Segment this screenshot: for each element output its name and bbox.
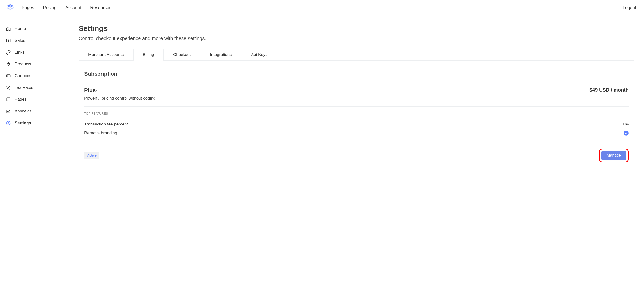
sidebar-item-label: Tax Rates (15, 85, 34, 90)
status-badge: Active (84, 152, 100, 159)
card-title: Subscription (84, 71, 628, 77)
sidebar-item-links[interactable]: Links (0, 46, 68, 58)
top-nav-left: $ Pages Pricing Account Resources (6, 4, 111, 12)
subscription-card: Subscription Plus- Powerful pricing cont… (78, 66, 634, 168)
logo-icon[interactable]: $ (6, 4, 14, 12)
sidebar-item-label: Pages (15, 97, 26, 102)
sidebar-item-label: Sales (15, 38, 25, 43)
nav-links: Pages Pricing Account Resources (22, 5, 111, 10)
sidebar-item-products[interactable]: Products (0, 58, 68, 70)
svg-text:$: $ (9, 5, 11, 7)
home-icon (6, 26, 11, 31)
card-header: Subscription (79, 66, 634, 82)
plan-name: Plus- (84, 87, 156, 94)
sidebar-item-home[interactable]: Home (0, 23, 68, 35)
tab-integrations[interactable]: Integrations (200, 48, 242, 61)
page-icon (6, 97, 11, 102)
svg-rect-5 (7, 98, 10, 101)
tab-checkout[interactable]: Checkout (164, 48, 200, 61)
nav-link-account[interactable]: Account (65, 5, 81, 10)
check-icon (624, 131, 628, 136)
sidebar-item-label: Analytics (15, 109, 32, 114)
svg-point-4 (9, 88, 10, 90)
sidebar-item-settings[interactable]: Settings (0, 117, 68, 129)
plan-row: Plus- Powerful pricing control without c… (84, 87, 628, 101)
sidebar-item-sales[interactable]: Sales (0, 35, 68, 46)
sidebar-item-pages[interactable]: Pages (0, 94, 68, 105)
dollar-icon (6, 38, 11, 43)
logout-link[interactable]: Logout (623, 5, 636, 10)
plan-desc: Powerful pricing control without coding (84, 96, 156, 101)
card-footer: Active Manage (84, 148, 628, 162)
manage-button-highlight: Manage (599, 148, 628, 162)
plan-price: $49 USD / month (590, 87, 628, 93)
tab-merchant-accounts[interactable]: Merchant Accounts (78, 48, 133, 61)
feature-label: Transaction fee percent (84, 122, 128, 127)
plan-info: Plus- Powerful pricing control without c… (84, 87, 156, 101)
features-label: TOP FEATURES (84, 112, 628, 116)
settings-tabs: Merchant Accounts Billing Checkout Integ… (78, 48, 634, 61)
sidebar-item-label: Links (15, 50, 24, 55)
nav-link-pages[interactable]: Pages (22, 5, 34, 10)
card-body: Plus- Powerful pricing control without c… (79, 82, 634, 167)
sidebar-item-label: Settings (15, 120, 31, 126)
tag-icon (6, 62, 11, 66)
chart-icon (6, 109, 11, 114)
feature-value: 1% (622, 122, 628, 127)
sidebar: Home Sales Links Products Coupons (0, 16, 69, 290)
nav-link-pricing[interactable]: Pricing (43, 5, 56, 10)
svg-point-3 (7, 86, 8, 87)
feature-label: Remove branding (84, 131, 117, 136)
sidebar-item-analytics[interactable]: Analytics (0, 105, 68, 117)
gear-icon (6, 120, 11, 126)
manage-button[interactable]: Manage (601, 151, 626, 160)
divider (84, 106, 628, 106)
sidebar-item-coupons[interactable]: Coupons (0, 70, 68, 82)
sidebar-item-label: Coupons (15, 74, 32, 78)
top-nav: $ Pages Pricing Account Resources Logout (0, 0, 644, 16)
sidebar-item-label: Products (15, 62, 31, 66)
link-icon (6, 50, 11, 55)
feature-row-transaction-fee: Transaction fee percent 1% (84, 120, 628, 129)
page-title: Settings (78, 24, 634, 33)
layout: Home Sales Links Products Coupons (0, 16, 644, 290)
tab-api-keys[interactable]: Api Keys (242, 48, 277, 61)
percent-icon (6, 85, 11, 90)
svg-point-6 (8, 122, 9, 124)
svg-point-2 (8, 63, 8, 64)
ticket-icon (6, 74, 11, 78)
sidebar-item-label: Home (15, 26, 26, 31)
sidebar-item-taxrates[interactable]: Tax Rates (0, 82, 68, 94)
page-subtitle: Control checkout experience and more wit… (78, 36, 634, 41)
tab-billing[interactable]: Billing (133, 48, 164, 61)
divider (84, 143, 628, 143)
main-content: Settings Control checkout experience and… (69, 16, 644, 290)
nav-link-resources[interactable]: Resources (90, 5, 111, 10)
feature-row-remove-branding: Remove branding (84, 129, 628, 138)
